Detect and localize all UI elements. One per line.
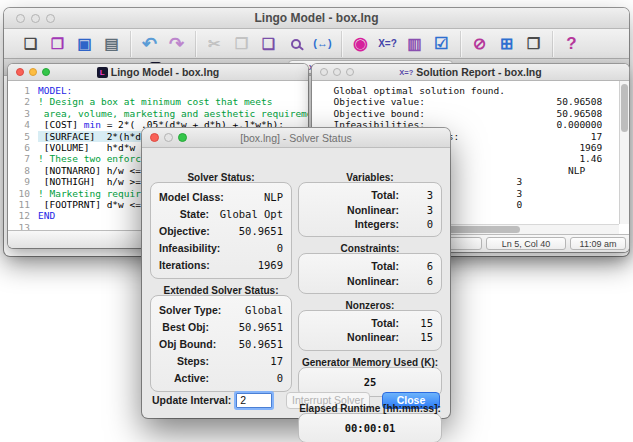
stat-value: 00:00:01 <box>307 419 433 437</box>
stat-row: Total:6 <box>307 259 433 273</box>
group-label: Nonzeros: <box>298 300 442 311</box>
stat-row: Total:3 <box>307 188 433 202</box>
code-line: 3 area, volume, marketing and aesthetic … <box>8 108 308 119</box>
dialog-title: [box.lng] - Solver Status <box>142 132 450 144</box>
group-label: Generator Memory Used (K): <box>298 357 442 368</box>
stat-row: Infeasibility:0 <box>159 239 283 256</box>
tile-windows-button[interactable]: ⊞ <box>493 32 520 56</box>
vertical-scrollbar-thumb[interactable] <box>621 84 628 132</box>
report-line: Objective value: 50.96508 <box>322 96 619 107</box>
report-window-titlebar: X=? Solution Report - box.lng <box>312 64 629 81</box>
clock-indicator: 11:09 am <box>570 237 626 250</box>
vertical-scrollbar[interactable] <box>619 81 629 224</box>
copy-icon: ❐ <box>235 36 248 51</box>
help-button[interactable]: ? <box>558 32 585 56</box>
redo-button[interactable]: ↷ <box>163 32 190 56</box>
close-all-windows-icon: ⊘ <box>473 36 486 52</box>
group-constraints: Constraints:Total:6Nonlinear:6 <box>298 243 442 294</box>
open-file-icon: ❒ <box>51 36 64 51</box>
match-paren-icon: (↔) <box>313 38 331 49</box>
stat-row: State:Global Opt <box>159 205 283 222</box>
code-line: 2! Design a box at minimum cost that mee… <box>8 96 308 107</box>
group-variables: Variables:Total:3Nonlinear:3Integers:0 <box>298 172 442 237</box>
group-label: Extended Solver Status: <box>150 285 292 296</box>
stat-row: Objective:50.9651 <box>159 222 283 239</box>
model-window-titlebar: L Lingo Model - box.lng <box>8 64 308 81</box>
paste-icon: ❑ <box>262 36 275 51</box>
stat-row: Nonlinear:3 <box>307 202 433 216</box>
update-interval-input[interactable] <box>236 393 272 408</box>
cut-icon: ✂ <box>208 36 221 51</box>
solver-status-dialog: [box.lng] - Solver Status Solver Status:… <box>142 128 450 418</box>
group-solver-status: Solver Status:Model Class:NLPState:Globa… <box>150 172 292 279</box>
stat-value: 25 <box>307 373 433 391</box>
solve-button[interactable]: ◉ <box>347 32 374 56</box>
chart-icon: ▥ <box>407 36 421 51</box>
cascade-windows-button[interactable]: ❐ <box>520 32 547 56</box>
model-window-title: L Lingo Model - box.lng <box>8 66 308 78</box>
update-interval-label: Update Interval: <box>152 394 231 406</box>
dialog-titlebar: [box.lng] - Solver Status <box>142 128 450 148</box>
cursor-position-indicator: Ln 5, Col 40 <box>486 237 566 250</box>
new-file-button[interactable]: ❏ <box>17 32 44 56</box>
magnifier-icon <box>291 39 301 49</box>
open-file-button[interactable]: ❒ <box>44 32 71 56</box>
options-button[interactable]: ☑ <box>428 32 455 56</box>
group-label: Elapsed Runtime [hh:mm:ss]: <box>298 403 442 414</box>
main-titlebar: Lingo Model - box.lng <box>4 8 629 29</box>
stat-row: Total:15 <box>307 316 433 330</box>
print-button[interactable]: ▤ <box>98 32 125 56</box>
screen: { "app": { "title": "Lingo Model - box.l… <box>0 0 633 442</box>
group-extended: Extended Solver Status:Solver Type:Globa… <box>150 285 292 392</box>
stat-row: Steps:17 <box>159 352 283 369</box>
redo-icon: ↷ <box>169 35 184 53</box>
save-icon: ▣ <box>77 36 91 51</box>
solve-icon: ◉ <box>353 35 368 52</box>
find-button[interactable] <box>282 32 309 56</box>
solution-button[interactable]: X=? <box>374 32 401 56</box>
group-runtime: Elapsed Runtime [hh:mm:ss]:00:00:01 <box>298 403 442 442</box>
group-label: Constraints: <box>298 243 442 254</box>
stat-row: Active:0 <box>159 369 283 386</box>
solution-icon: X=? <box>378 39 397 49</box>
lingo-logo-icon: L <box>97 67 108 78</box>
report-window-title: X=? Solution Report - box.lng <box>312 66 629 78</box>
undo-icon: ↶ <box>142 35 157 53</box>
cut-button[interactable]: ✂ <box>201 32 228 56</box>
stat-row: Nonlinear:6 <box>307 274 433 288</box>
undo-button[interactable]: ↶ <box>136 32 163 56</box>
match-paren-button[interactable]: (↔) <box>309 32 336 56</box>
group-label: Solver Status: <box>150 172 292 183</box>
stat-row: Obj Bound:50.9651 <box>159 335 283 352</box>
group-label: Variables: <box>298 172 442 183</box>
report-line: Objective bound: 50.96508 <box>322 108 619 119</box>
print-icon: ▤ <box>104 36 118 51</box>
cascade-windows-icon: ❐ <box>527 36 540 51</box>
solution-report-icon: X=? <box>399 68 413 77</box>
stat-row: Integers:0 <box>307 217 433 231</box>
copy-button[interactable]: ❐ <box>228 32 255 56</box>
save-button[interactable]: ▣ <box>71 32 98 56</box>
group-nonzeros: Nonzeros:Total:15Nonlinear:15 <box>298 300 442 351</box>
stat-row: Iterations:1969 <box>159 256 283 273</box>
stat-row: Model Class:NLP <box>159 188 283 205</box>
chart-button[interactable]: ▥ <box>401 32 428 56</box>
stat-row: Nonlinear:15 <box>307 330 433 344</box>
main-window-title: Lingo Model - box.lng <box>4 11 629 25</box>
options-icon: ☑ <box>434 36 448 52</box>
code-line: 1MODEL: <box>8 85 308 96</box>
report-line: Global optimal solution found. <box>322 85 619 96</box>
toolbar: ❏❒▣▤↶↷✂❐❑(↔)◉X=?▥☑⊘⊞❐? <box>4 29 629 59</box>
dialog-body: Solver Status:Model Class:NLPState:Globa… <box>142 148 450 418</box>
paste-button[interactable]: ❑ <box>255 32 282 56</box>
help-icon: ? <box>566 35 576 52</box>
stat-row: Solver Type:Global <box>159 301 283 318</box>
close-all-windows-button[interactable]: ⊘ <box>466 32 493 56</box>
stat-row: Best Obj:50.9651 <box>159 318 283 335</box>
tile-windows-icon: ⊞ <box>500 36 513 52</box>
new-file-icon: ❏ <box>24 36 37 51</box>
